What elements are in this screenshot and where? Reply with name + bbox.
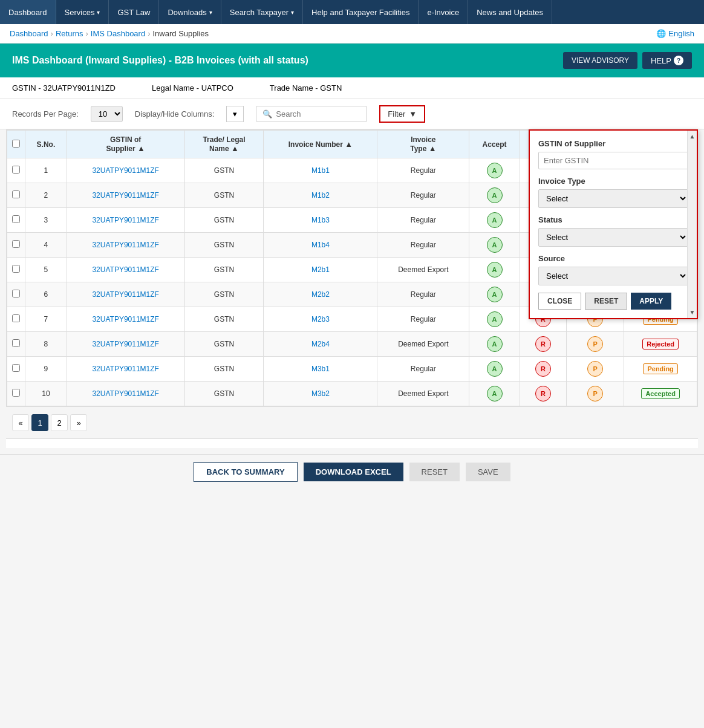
- row-invoice-number[interactable]: M2b3: [264, 307, 377, 332]
- row-checkbox-cell: [7, 307, 25, 332]
- row-gstin[interactable]: 32UATPY9011M1ZF: [67, 332, 184, 357]
- row-checkbox[interactable]: [12, 290, 20, 297]
- download-excel-button[interactable]: DOWNLOAD EXCEL: [304, 463, 403, 481]
- breadcrumb-ims-dashboard[interactable]: IMS Dashboard: [91, 29, 145, 38]
- filter-source-label: Source: [538, 254, 688, 263]
- row-invoice-number[interactable]: M2b4: [264, 332, 377, 357]
- filter-source-select[interactable]: SelectGSTR-1GSTR-1AIFF: [538, 267, 688, 285]
- col-invoice-number: Invoice Number ▲: [264, 131, 377, 158]
- scroll-down-icon[interactable]: ▼: [687, 307, 698, 318]
- row-gstin[interactable]: 32UATPY9011M1ZF: [67, 208, 184, 233]
- row-checkbox[interactable]: [12, 314, 20, 322]
- row-status-cell: Pending: [624, 357, 697, 382]
- records-per-page-select[interactable]: 10 25 50: [91, 106, 123, 122]
- row-checkbox[interactable]: [12, 339, 20, 347]
- filter-reset-button[interactable]: RESET: [585, 293, 627, 310]
- row-invoice-number[interactable]: M1b1: [264, 158, 377, 183]
- row-invoice-number[interactable]: M3b1: [264, 357, 377, 382]
- row-sno: 10: [25, 382, 67, 406]
- row-status-cell: Accepted: [624, 382, 697, 406]
- row-invoice-number[interactable]: M2b1: [264, 258, 377, 282]
- page-next-button[interactable]: »: [70, 414, 87, 431]
- row-gstin[interactable]: 32UATPY9011M1ZF: [67, 282, 184, 307]
- page-header: IMS Dashboard (Inward Supplies) - B2B In…: [0, 44, 704, 77]
- display-hide-button[interactable]: ▾: [226, 106, 244, 122]
- filter-scrollbar[interactable]: ▲ ▼: [687, 131, 697, 318]
- row-pending-cell: P: [567, 382, 624, 406]
- help-button[interactable]: HELP ?: [642, 52, 692, 69]
- accept-circle: A: [487, 361, 503, 377]
- search-input[interactable]: [276, 109, 360, 119]
- back-to-summary-button[interactable]: BACK TO SUMMARY: [194, 462, 297, 482]
- row-gstin[interactable]: 32UATPY9011M1ZF: [67, 357, 184, 382]
- row-invoice-number[interactable]: M1b4: [264, 233, 377, 258]
- top-navigation: Dashboard Services ▾ GST Law Downloads ▾…: [0, 0, 704, 24]
- nav-services[interactable]: Services ▾: [56, 0, 109, 24]
- accept-circle: A: [487, 336, 503, 352]
- row-gstin[interactable]: 32UATPY9011M1ZF: [67, 258, 184, 282]
- view-advisory-button[interactable]: VIEW ADVISORY: [563, 52, 637, 69]
- row-invoice-type: Deemed Export: [377, 382, 469, 406]
- nav-dashboard[interactable]: Dashboard: [0, 0, 56, 24]
- row-checkbox[interactable]: [12, 265, 20, 273]
- nav-news[interactable]: News and Updates: [468, 0, 552, 24]
- page-1-button[interactable]: 1: [31, 414, 48, 431]
- horizontal-scrollbar[interactable]: [6, 438, 698, 448]
- row-accept-cell: A: [469, 183, 520, 208]
- row-gstin[interactable]: 32UATPY9011M1ZF: [67, 382, 184, 406]
- row-invoice-number[interactable]: M1b3: [264, 208, 377, 233]
- nav-help-taxpayer[interactable]: Help and Taxpayer Facilities: [303, 0, 419, 24]
- row-trade-name: GSTN: [184, 357, 264, 382]
- row-checkbox[interactable]: [12, 389, 20, 397]
- breadcrumb-sep-1: ›: [51, 29, 53, 38]
- row-invoice-number[interactable]: M3b2: [264, 382, 377, 406]
- row-trade-name: GSTN: [184, 382, 264, 406]
- row-invoice-number[interactable]: M1b2: [264, 183, 377, 208]
- row-trade-name: GSTN: [184, 332, 264, 357]
- row-trade-name: GSTN: [184, 233, 264, 258]
- page-prev-button[interactable]: «: [12, 414, 29, 431]
- nav-downloads[interactable]: Downloads ▾: [159, 0, 221, 24]
- nav-einvoice[interactable]: e-Invoice: [419, 0, 468, 24]
- nav-gst-law[interactable]: GST Law: [109, 0, 159, 24]
- page-2-button[interactable]: 2: [51, 414, 68, 431]
- row-invoice-type: Deemed Export: [377, 332, 469, 357]
- row-accept-cell: A: [469, 357, 520, 382]
- row-reject-cell: R: [520, 332, 566, 357]
- save-button[interactable]: SAVE: [466, 463, 510, 481]
- filter-invoice-type-select[interactable]: SelectRegularDeemed ExportSEZDe-Bit Note: [538, 189, 688, 208]
- row-trade-name: GSTN: [184, 258, 264, 282]
- filter-close-button[interactable]: CLOSE: [538, 293, 581, 310]
- row-gstin[interactable]: 32UATPY9011M1ZF: [67, 233, 184, 258]
- row-checkbox[interactable]: [12, 166, 20, 174]
- row-checkbox[interactable]: [12, 190, 20, 198]
- row-checkbox[interactable]: [12, 364, 20, 372]
- row-gstin[interactable]: 32UATPY9011M1ZF: [67, 307, 184, 332]
- row-invoice-number[interactable]: M2b2: [264, 282, 377, 307]
- search-box: 🔍: [256, 106, 367, 122]
- breadcrumb-returns[interactable]: Returns: [56, 29, 83, 38]
- nav-search-taxpayer[interactable]: Search Taxpayer ▾: [221, 0, 303, 24]
- help-circle-icon: ?: [674, 56, 683, 65]
- breadcrumb: Dashboard › Returns › IMS Dashboard › In…: [10, 29, 209, 38]
- filter-gstin-input[interactable]: [538, 152, 688, 169]
- col-sno: S.No.: [25, 131, 67, 158]
- language-selector[interactable]: 🌐 English: [656, 29, 694, 38]
- select-all-header: [7, 131, 25, 158]
- pending-circle: P: [587, 336, 603, 352]
- row-checkbox[interactable]: [12, 215, 20, 223]
- row-sno: 9: [25, 357, 67, 382]
- filter-status-select[interactable]: SelectPendingAcceptedRejected: [538, 228, 688, 247]
- scroll-up-icon[interactable]: ▲: [687, 131, 698, 142]
- row-gstin[interactable]: 32UATPY9011M1ZF: [67, 158, 184, 183]
- breadcrumb-dashboard[interactable]: Dashboard: [10, 29, 48, 38]
- breadcrumb-sep-3: ›: [148, 29, 150, 38]
- row-accept-cell: A: [469, 258, 520, 282]
- filter-apply-button[interactable]: APPLY: [631, 293, 671, 310]
- row-invoice-type: Regular: [377, 208, 469, 233]
- reset-button[interactable]: RESET: [409, 463, 460, 481]
- select-all-checkbox[interactable]: [12, 140, 20, 148]
- row-checkbox[interactable]: [12, 240, 20, 248]
- row-gstin[interactable]: 32UATPY9011M1ZF: [67, 183, 184, 208]
- filter-button[interactable]: Filter ▼: [379, 105, 425, 123]
